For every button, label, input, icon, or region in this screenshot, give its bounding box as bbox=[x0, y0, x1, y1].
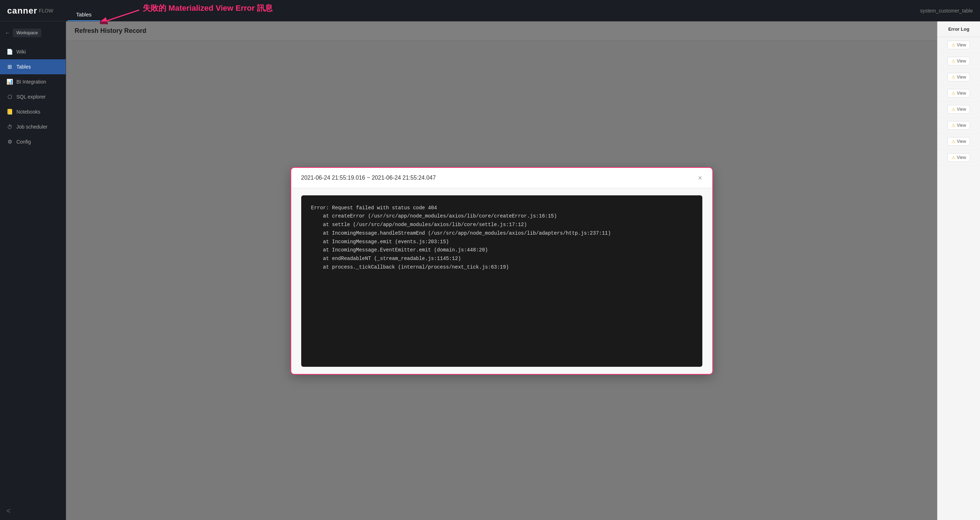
view-label-1: View bbox=[957, 43, 966, 48]
view-button-8[interactable]: ⚠ View bbox=[948, 153, 970, 162]
view-button-7[interactable]: ⚠ View bbox=[948, 137, 970, 146]
sidebar: ← Workspace 📄 Wiki ⊞ Tables 📊 BI Integra… bbox=[0, 21, 66, 520]
annotation-text: 失敗的 Materialized View Error 訊息 bbox=[143, 3, 273, 13]
sidebar-item-label-jobscheduler: Job scheduler bbox=[16, 124, 48, 130]
sidebar-item-label-tables: Tables bbox=[16, 64, 31, 70]
logo-sub: FLOW bbox=[39, 8, 53, 14]
logo: canner FLOW bbox=[7, 6, 53, 16]
view-button-6[interactable]: ⚠ View bbox=[948, 121, 970, 130]
error-log-row-1: ⚠ View bbox=[937, 37, 980, 53]
error-modal: 2021-06-24 21:55:19.016 ~ 2021-06-24 21:… bbox=[291, 168, 712, 374]
view-button-4[interactable]: ⚠ View bbox=[948, 89, 970, 97]
sidebar-item-notebooks[interactable]: 📒 Notebooks bbox=[0, 104, 66, 119]
warning-icon-5: ⚠ bbox=[951, 107, 955, 112]
view-label-3: View bbox=[957, 75, 966, 80]
logo-main: canner bbox=[7, 6, 37, 16]
view-label-5: View bbox=[957, 107, 966, 112]
jobscheduler-icon: ⏱ bbox=[6, 124, 13, 130]
header-tabs: Tables bbox=[67, 0, 100, 21]
warning-icon-2: ⚠ bbox=[951, 59, 955, 64]
sidebar-item-tables[interactable]: ⊞ Tables bbox=[0, 59, 66, 74]
warning-icon-3: ⚠ bbox=[951, 75, 955, 80]
layout: ← Workspace 📄 Wiki ⊞ Tables 📊 BI Integra… bbox=[0, 21, 980, 520]
error-log-panel: Error Log ⚠ View ⚠ View ⚠ View ⚠ View bbox=[937, 21, 980, 520]
breadcrumb: system_customer_table bbox=[920, 8, 973, 14]
error-log-row-8: ⚠ View bbox=[937, 150, 980, 166]
header: canner FLOW Tables 失敗的 Materialized View… bbox=[0, 0, 980, 21]
modal-body: Error: Request failed with status code 4… bbox=[291, 188, 712, 374]
back-arrow-icon: ← bbox=[5, 30, 10, 36]
sidebar-collapse-btn[interactable]: < bbox=[0, 502, 66, 520]
view-button-3[interactable]: ⚠ View bbox=[948, 73, 970, 81]
sidebar-item-label-bi: BI Integration bbox=[16, 79, 46, 85]
warning-icon-7: ⚠ bbox=[951, 139, 955, 144]
view-button-5[interactable]: ⚠ View bbox=[948, 105, 970, 113]
modal-close-button[interactable]: × bbox=[698, 174, 702, 182]
notebooks-icon: 📒 bbox=[6, 108, 13, 115]
sidebar-item-label-notebooks: Notebooks bbox=[16, 109, 40, 115]
error-log-row-5: ⚠ View bbox=[937, 101, 980, 118]
error-log-row-3: ⚠ View bbox=[937, 69, 980, 85]
annotation-container: 失敗的 Materialized View Error 訊息 bbox=[143, 3, 273, 14]
tables-icon: ⊞ bbox=[6, 64, 13, 70]
sidebar-item-label-config: Config bbox=[16, 139, 31, 145]
error-log-header: Error Log bbox=[937, 21, 980, 37]
error-log-row-7: ⚠ View bbox=[937, 134, 980, 150]
sidebar-item-label-wiki: Wiki bbox=[16, 49, 26, 55]
sidebar-item-config[interactable]: ⚙ Config bbox=[0, 134, 66, 149]
warning-icon-6: ⚠ bbox=[951, 123, 955, 128]
modal-title: 2021-06-24 21:55:19.016 ~ 2021-06-24 21:… bbox=[301, 175, 436, 181]
warning-icon-8: ⚠ bbox=[951, 155, 955, 160]
svg-line-1 bbox=[107, 10, 139, 21]
view-label-7: View bbox=[957, 139, 966, 144]
error-log-row-2: ⚠ View bbox=[937, 53, 980, 69]
view-label-4: View bbox=[957, 91, 966, 96]
bi-icon: 📊 bbox=[6, 78, 13, 85]
sql-icon: ⬡ bbox=[6, 94, 13, 100]
view-button-1[interactable]: ⚠ View bbox=[948, 41, 970, 49]
config-icon: ⚙ bbox=[6, 139, 13, 145]
error-log-row-6: ⚠ View bbox=[937, 118, 980, 134]
sidebar-item-wiki[interactable]: 📄 Wiki bbox=[0, 44, 66, 59]
sidebar-item-sql[interactable]: ⬡ SQL explorer bbox=[0, 89, 66, 104]
sidebar-item-jobscheduler[interactable]: ⏱ Job scheduler bbox=[0, 119, 66, 134]
wiki-icon: 📄 bbox=[6, 49, 13, 55]
modal-header: 2021-06-24 21:55:19.016 ~ 2021-06-24 21:… bbox=[291, 168, 712, 188]
modal-overlay[interactable]: 2021-06-24 21:55:19.016 ~ 2021-06-24 21:… bbox=[66, 21, 937, 520]
view-label-8: View bbox=[957, 155, 966, 160]
view-button-2[interactable]: ⚠ View bbox=[948, 57, 970, 65]
view-label-2: View bbox=[957, 59, 966, 64]
workspace-back-btn[interactable]: ← Workspace bbox=[0, 25, 66, 41]
view-label-6: View bbox=[957, 123, 966, 128]
warning-icon-4: ⚠ bbox=[951, 91, 955, 96]
error-console: Error: Request failed with status code 4… bbox=[301, 195, 702, 367]
workspace-label: Workspace bbox=[13, 29, 41, 37]
sidebar-item-label-sql: SQL explorer bbox=[16, 94, 46, 100]
main-content: Refresh History Record 2021-06-24 21:55:… bbox=[66, 21, 937, 520]
warning-icon-1: ⚠ bbox=[951, 43, 955, 48]
sidebar-item-bi[interactable]: 📊 BI Integration bbox=[0, 74, 66, 89]
error-log-row-4: ⚠ View bbox=[937, 85, 980, 101]
tab-tables[interactable]: Tables bbox=[67, 9, 100, 21]
